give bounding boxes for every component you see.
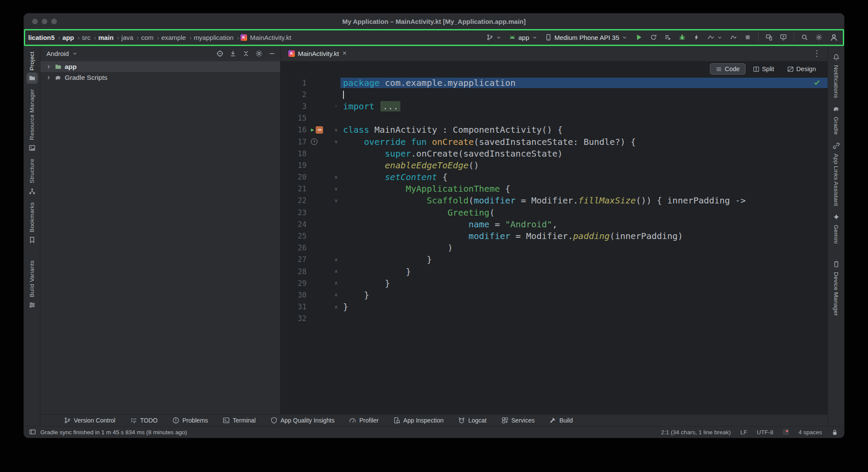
line-number[interactable]: 15 — [287, 114, 307, 122]
tool-window-button[interactable]: App Quality Insights — [269, 416, 337, 425]
tool-window-button[interactable]: Build — [548, 416, 574, 425]
tool-window-button[interactable]: Services — [500, 416, 537, 425]
line-number[interactable]: 2 — [287, 90, 307, 99]
line-number[interactable]: 1 — [287, 79, 307, 87]
device-mirroring-button[interactable] — [764, 33, 774, 42]
line-number[interactable]: 23 — [287, 208, 307, 217]
fold-marker-icon[interactable]: › — [332, 103, 340, 109]
tool-window-button[interactable]: Profiler — [347, 416, 380, 425]
code-text[interactable]: ) — [340, 243, 828, 253]
tool-window-bars-toggle-icon[interactable] — [29, 429, 36, 436]
run-icon[interactable]: ▶ — [311, 127, 314, 133]
line-number[interactable]: 19 — [287, 161, 307, 170]
fold-marker-icon[interactable]: ∨ — [332, 139, 340, 144]
line-number[interactable]: 18 — [287, 149, 307, 158]
fold-marker-icon[interactable]: ∧ — [332, 304, 340, 310]
project-tree-item[interactable]: app — [40, 61, 280, 72]
search-everywhere-button[interactable] — [799, 33, 810, 42]
stop-button[interactable] — [743, 33, 753, 42]
breadcrumb-item[interactable]: K java › — [121, 33, 140, 42]
tool-stripe-button[interactable]: Gradle — [831, 101, 842, 138]
line-number[interactable]: 3 — [287, 102, 307, 111]
code-text[interactable]: } — [340, 266, 828, 277]
lock-icon[interactable] — [832, 429, 838, 436]
line-number[interactable]: 26 — [287, 243, 307, 252]
select-opened-file-icon[interactable] — [216, 50, 224, 57]
tool-window-button[interactable]: TODO — [129, 416, 159, 425]
line-number[interactable]: 25 — [287, 232, 307, 240]
breadcrumb-item[interactable]: K app › — [62, 33, 80, 42]
hide-panel-icon[interactable] — [268, 50, 276, 57]
breadcrumb-item[interactable]: K src › — [81, 33, 97, 42]
tool-stripe-button[interactable]: Notifications — [831, 49, 842, 101]
line-number[interactable]: 17 — [287, 138, 307, 146]
code-text[interactable] — [340, 89, 828, 100]
code-text[interactable]: super.onCreate(savedInstanceState) — [340, 148, 828, 159]
line-number[interactable]: 21 — [287, 184, 307, 193]
settings-button[interactable] — [814, 33, 824, 42]
line-number[interactable]: 31 — [287, 302, 307, 311]
tool-stripe-button[interactable]: Project — [26, 49, 38, 86]
code-text[interactable]: enableEdgeToEdge() — [340, 160, 828, 170]
code-text[interactable]: } — [340, 302, 828, 312]
breadcrumb-item[interactable]: K MainActivity.kt › — [241, 33, 292, 42]
code-text[interactable]: name = "Android", — [340, 219, 828, 229]
run-button[interactable] — [633, 32, 644, 43]
line-number[interactable]: 27 — [287, 255, 307, 264]
running-devices-button[interactable] — [778, 33, 789, 42]
breadcrumb-item[interactable]: K com › — [140, 33, 159, 42]
profile-button[interactable] — [828, 32, 840, 43]
view-mode-button[interactable]: Code — [710, 63, 746, 75]
close-window-button[interactable] — [32, 19, 38, 24]
editor-tab[interactable]: K MainActivity.kt × — [284, 46, 351, 61]
tool-stripe-button[interactable]: Resource Manager — [26, 86, 38, 156]
line-number[interactable]: 29 — [287, 279, 307, 288]
code-text[interactable]: Scaffold(modifier = Modifier.fillMaxSize… — [340, 195, 828, 206]
breadcrumb-item[interactable]: K lication5 › — [27, 33, 61, 42]
close-tab-icon[interactable]: × — [342, 50, 347, 57]
minimize-window-button[interactable] — [42, 19, 47, 24]
zoom-window-button[interactable] — [51, 19, 57, 24]
tool-window-button[interactable]: Logcat — [456, 416, 488, 425]
code-text[interactable]: setContent { — [340, 172, 828, 182]
apply-code-changes-button[interactable] — [663, 33, 673, 42]
tool-stripe-button[interactable]: Structure — [26, 156, 38, 200]
caret-position[interactable]: 2:1 (34 chars, 1 line break) — [661, 429, 731, 436]
fold-marker-icon[interactable]: ∨ — [332, 198, 340, 203]
code-text[interactable]: Greeting( — [340, 207, 828, 218]
code-text[interactable]: override fun onCreate(savedInstanceState… — [340, 137, 828, 147]
breadcrumb-item[interactable]: K main › — [98, 33, 120, 42]
code-text[interactable]: } — [340, 290, 828, 300]
tool-stripe-button[interactable]: App Links Assistant — [831, 138, 842, 209]
tool-window-button[interactable]: Version Control — [62, 416, 117, 425]
tab-options-kebab-icon[interactable]: ⋮ — [811, 49, 822, 58]
line-number[interactable]: 22 — [287, 196, 307, 205]
code-text[interactable]: } — [340, 278, 828, 288]
fold-marker-icon[interactable]: ∨ — [332, 174, 340, 180]
fold-marker-icon[interactable]: ∧ — [332, 257, 340, 262]
attach-debugger-button[interactable] — [691, 33, 702, 42]
view-mode-button[interactable]: Split — [747, 63, 780, 75]
tool-window-button[interactable]: Terminal — [221, 416, 257, 425]
fold-marker-icon[interactable]: ∧ — [332, 269, 340, 274]
vcs-widget-button[interactable] — [485, 33, 503, 42]
line-number[interactable]: 24 — [287, 220, 307, 229]
tool-stripe-button[interactable]: Bookmarks — [26, 200, 38, 248]
line-number[interactable]: 16 — [287, 125, 307, 134]
fold-marker-icon[interactable]: ∨ — [332, 186, 340, 192]
tool-stripe-button[interactable]: Device Manager — [831, 256, 842, 318]
line-number[interactable]: 28 — [287, 267, 307, 276]
code-text[interactable]: package com.example.myapplication — [340, 78, 828, 88]
expand-all-icon[interactable] — [229, 50, 237, 57]
line-number[interactable]: 20 — [287, 173, 307, 181]
line-separator[interactable]: LF — [740, 429, 747, 436]
tool-stripe-button[interactable]: Build Variants — [26, 258, 38, 313]
code-text[interactable]: class MainActivity : ComponentActivity()… — [340, 125, 828, 135]
profiler-button[interactable] — [706, 33, 724, 42]
fold-marker-icon[interactable]: ∧ — [332, 292, 340, 298]
fold-marker-icon[interactable]: ∨ — [332, 127, 340, 133]
tool-stripe-button[interactable]: Gemini — [831, 209, 842, 246]
line-number[interactable]: 32 — [287, 314, 307, 323]
device-select[interactable]: Medium Phone API 35 — [543, 33, 629, 43]
debug-button[interactable] — [677, 33, 687, 42]
